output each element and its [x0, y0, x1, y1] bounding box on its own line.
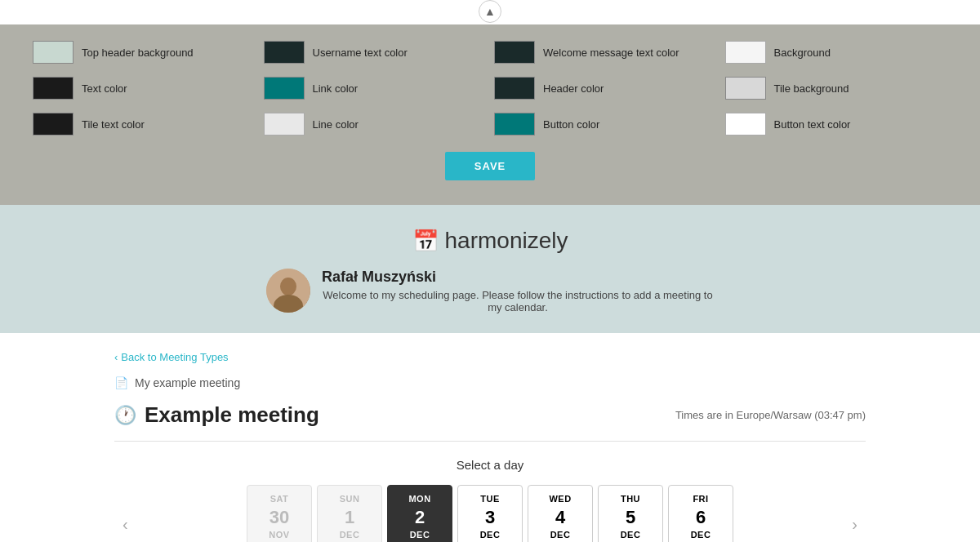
chevron-left-icon: ‹ — [114, 351, 118, 363]
tile-background-swatch[interactable] — [725, 77, 766, 100]
day-month: DEC — [605, 530, 656, 540]
meeting-title-row: 🕐 Example meeting Times are in Europe/Wa… — [114, 402, 866, 442]
meeting-title: 🕐 Example meeting — [114, 402, 319, 428]
button-text-label: Button text color — [774, 118, 851, 131]
color-item-top-header-bg: Top header background — [33, 41, 256, 64]
text-color-swatch[interactable] — [33, 77, 74, 100]
day-month: DEC — [324, 530, 375, 540]
avatar-image — [266, 269, 310, 313]
color-item-button-color: Button color — [494, 113, 717, 136]
tile-text-swatch[interactable] — [33, 113, 74, 136]
color-item-line-color: Line color — [264, 113, 487, 136]
color-item-background: Background — [725, 41, 948, 64]
meeting-heading: Example meeting — [145, 402, 319, 428]
day-name: MON — [394, 494, 445, 504]
day-name: THU — [605, 494, 656, 504]
prev-week-button[interactable]: ‹ — [114, 515, 136, 534]
color-item-username-text: Username text color — [264, 41, 487, 64]
day-num: 6 — [675, 507, 726, 528]
header-color-swatch[interactable] — [494, 77, 535, 100]
color-item-link-color: Link color — [264, 77, 487, 100]
calendar-icon: 📅 — [412, 229, 439, 254]
calendar-row: ‹ SAT 30 NOV N/A SUN 1 DEC N/A MON 2 DEC… — [114, 485, 866, 542]
user-welcome: Welcome to my scheduling page. Please fo… — [322, 289, 714, 313]
color-item-welcome-msg: Welcome message text color — [494, 41, 717, 64]
next-week-button[interactable]: › — [844, 515, 866, 534]
day-num: 30 — [254, 507, 305, 528]
color-item-button-text: Button text color — [725, 113, 948, 136]
brand-logo: 📅 harmonizely — [16, 228, 964, 254]
username-text-label: Username text color — [313, 47, 408, 59]
document-icon: 📄 — [114, 376, 128, 389]
back-to-meeting-types-link[interactable]: ‹ Back to Meeting Types — [114, 351, 229, 363]
background-label: Background — [774, 47, 831, 59]
welcome-msg-swatch[interactable] — [494, 41, 535, 64]
top-header-bg-swatch[interactable] — [33, 41, 74, 64]
main-content: ‹ Back to Meeting Types 📄 My example mee… — [82, 333, 898, 542]
day-name: SAT — [254, 494, 305, 504]
user-text: Rafał Muszyński Welcome to my scheduling… — [322, 269, 714, 313]
meeting-type-row: 📄 My example meeting — [114, 376, 866, 389]
calendar-section: Select a day ‹ SAT 30 NOV N/A SUN 1 DEC … — [114, 458, 866, 542]
day-month: DEC — [394, 530, 445, 540]
day-num: 3 — [465, 507, 515, 528]
tile-text-label: Tile text color — [82, 118, 145, 131]
user-name: Rafał Muszyński — [322, 269, 714, 286]
meeting-type-label: My example meeting — [135, 376, 240, 389]
day-name: FRI — [675, 494, 726, 504]
line-color-label: Line color — [313, 118, 359, 131]
tile-background-label: Tile background — [774, 82, 849, 95]
line-color-swatch[interactable] — [264, 113, 305, 136]
link-color-swatch[interactable] — [264, 77, 305, 100]
collapse-button[interactable]: ▲ — [479, 0, 501, 23]
day-card-4[interactable]: WED 4 DEC — [528, 485, 593, 542]
settings-panel: Top header background Username text colo… — [0, 24, 980, 205]
days-grid: SAT 30 NOV N/A SUN 1 DEC N/A MON 2 DEC T… — [136, 485, 844, 542]
day-month: DEC — [535, 530, 586, 540]
day-month: NOV — [254, 530, 305, 540]
svg-point-1 — [280, 278, 296, 295]
username-text-swatch[interactable] — [264, 41, 305, 64]
color-item-header-color: Header color — [494, 77, 717, 100]
day-name: WED — [535, 494, 586, 504]
brand-header: 📅 harmonizely Rafał Muszyński Welcome to… — [0, 205, 980, 333]
day-num: 2 — [394, 507, 445, 528]
day-num: 5 — [605, 507, 656, 528]
day-month: DEC — [465, 530, 515, 540]
button-color-label: Button color — [543, 118, 599, 131]
background-swatch[interactable] — [725, 41, 766, 64]
button-color-swatch[interactable] — [494, 113, 535, 136]
day-month: DEC — [675, 530, 726, 540]
color-item-tile-text: Tile text color — [33, 113, 256, 136]
day-card-6[interactable]: FRI 6 DEC — [668, 485, 733, 542]
day-num: 1 — [324, 507, 375, 528]
top-header-bg-label: Top header background — [82, 47, 194, 59]
color-item-text-color: Text color — [33, 77, 256, 100]
day-card-2[interactable]: MON 2 DEC — [387, 485, 452, 542]
header-color-label: Header color — [543, 82, 604, 95]
select-day-label: Select a day — [114, 458, 866, 472]
day-card-5[interactable]: THU 5 DEC — [598, 485, 663, 542]
day-name: TUE — [465, 494, 515, 504]
welcome-msg-label: Welcome message text color — [543, 47, 679, 59]
day-card-3[interactable]: TUE 3 DEC — [457, 485, 523, 542]
clock-icon: 🕐 — [114, 405, 136, 426]
text-color-label: Text color — [82, 82, 127, 95]
link-color-label: Link color — [313, 82, 359, 95]
color-settings-grid: Top header background Username text colo… — [33, 41, 947, 136]
brand-name: harmonizely — [445, 228, 568, 254]
day-name: SUN — [324, 494, 375, 504]
timezone-text: Times are in Europe/Warsaw (03:47 pm) — [675, 409, 866, 421]
day-num: 4 — [535, 507, 586, 528]
color-item-tile-background: Tile background — [725, 77, 948, 100]
day-card-1: SUN 1 DEC N/A — [317, 485, 382, 542]
back-link-label: Back to Meeting Types — [121, 351, 228, 363]
user-info: Rafał Muszyński Welcome to my scheduling… — [16, 269, 964, 313]
day-card-0: SAT 30 NOV N/A — [247, 485, 312, 542]
avatar — [266, 269, 310, 313]
save-button[interactable]: SAVE — [445, 152, 535, 180]
button-text-swatch[interactable] — [725, 113, 766, 136]
